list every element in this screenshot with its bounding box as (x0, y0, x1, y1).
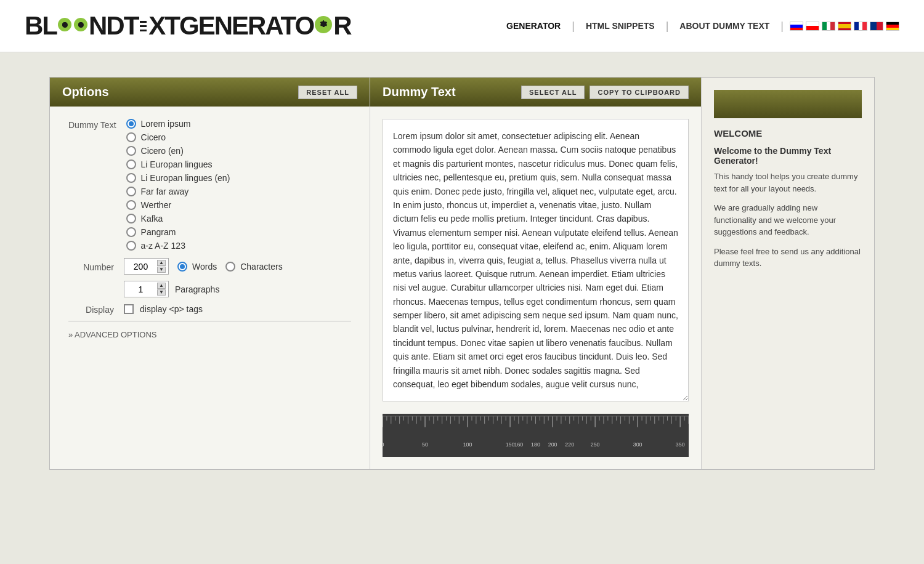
logo-bl: BL (25, 11, 57, 41)
radio-words-circle (177, 262, 187, 272)
flag-italian[interactable] (822, 22, 835, 31)
text-type-choices: Lorem ipsum Cicero Cicero (en) Li E (126, 119, 230, 251)
logo-xtgenerato: XTGENERATO (148, 11, 314, 41)
radio-far-away[interactable]: Far far away (126, 187, 230, 196)
para-spinner-down[interactable]: ▼ (157, 289, 166, 296)
radio-kafka[interactable]: Kafka (126, 214, 230, 224)
logo-gear-icon (315, 16, 332, 33)
number-input-wrap: ▲ ▼ (124, 258, 169, 275)
options-panel: Options RESET ALL Dummy Text Lorem ipsum… (50, 78, 370, 469)
radio-werther-label: Werther (141, 200, 172, 210)
svg-text:100: 100 (463, 441, 472, 448)
spinner-up[interactable]: ▲ (157, 260, 166, 266)
flag-czech[interactable] (806, 22, 819, 31)
radio-kafka-label: Kafka (141, 214, 163, 224)
flag-spanish[interactable] (838, 22, 851, 31)
dummy-text-header: Dummy Text SELECT ALL COPY TO CLIPBOARD (370, 78, 701, 107)
site-logo: BL NDT XTGENERATO R (25, 11, 351, 41)
radio-kafka-circle (126, 214, 136, 224)
options-divider (68, 321, 351, 321)
flag-french[interactable] (854, 22, 867, 31)
nav-divider-3: | (780, 20, 784, 33)
paragraphs-spinner: ▲ ▼ (157, 283, 166, 296)
nav-generator[interactable]: GENERATOR (495, 21, 572, 31)
radio-far-away-label: Far far away (141, 187, 189, 196)
radio-li-europan-en[interactable]: Li Europan lingues (en) (126, 173, 230, 183)
main-content: Options RESET ALL Dummy Text Lorem ipsum… (31, 52, 893, 494)
dummy-text-option-row: Dummy Text Lorem ipsum Cicero Cicero (68, 119, 351, 251)
dummy-text-content[interactable]: Lorem ipsum dolor sit amet, consectetuer… (383, 119, 689, 401)
svg-text:150: 150 (506, 441, 515, 448)
spinner-down[interactable]: ▼ (157, 267, 166, 273)
main-nav: GENERATOR | HTML SNIPPETS | ABOUT DUMMY … (495, 20, 899, 33)
number-input[interactable] (127, 262, 155, 272)
welcome-subtitle: Welcome to the Dummy Text Generator! (714, 146, 862, 166)
options-title: Options (62, 85, 109, 99)
radio-lorem-ipsum-label: Lorem ipsum (141, 119, 191, 129)
radio-cicero-en[interactable]: Cicero (en) (126, 146, 230, 156)
welcome-header-bar (714, 90, 862, 118)
site-header: BL NDT XTGENERATO R GENERATOR | HTML SNI… (0, 0, 924, 52)
svg-text:50: 50 (422, 441, 428, 448)
nav-html-snippets[interactable]: HTML SNIPPETS (575, 21, 666, 31)
radio-words[interactable]: Words (177, 262, 217, 272)
logo-lines-icon (140, 21, 147, 31)
svg-text:300: 300 (633, 441, 642, 448)
logo-r: R (333, 11, 351, 41)
radio-pangram-label: Pangram (141, 227, 176, 237)
nav-about[interactable]: ABOUT DUMMY TEXT (668, 21, 780, 31)
svg-text:0: 0 (383, 441, 384, 448)
options-header: Options RESET ALL (50, 78, 370, 107)
logo-ndt: NDT (89, 11, 138, 41)
flag-russian[interactable] (790, 22, 803, 31)
select-all-button[interactable]: SELECT ALL (521, 86, 585, 99)
radio-characters[interactable]: Characters (225, 262, 282, 272)
dummy-text-body: Lorem ipsum dolor sit amet, consectetuer… (370, 107, 701, 414)
radio-az123[interactable]: a-z A-Z 123 (126, 241, 230, 251)
radio-li-europan-en-label: Li Europan lingues (en) (141, 173, 230, 183)
radio-cicero[interactable]: Cicero (126, 132, 230, 142)
ruler-svg: generate ticks 0501001501601802002202503… (383, 414, 689, 457)
paragraphs-label: Paragraphs (175, 284, 219, 294)
paragraphs-input-wrap: ▲ ▼ (124, 281, 169, 297)
radio-words-label: Words (192, 262, 217, 272)
dummy-text-label: Dummy Text (68, 119, 126, 130)
radio-cicero-en-circle (126, 146, 136, 156)
display-controls: display <p> tags (124, 304, 203, 314)
radio-li-europan[interactable]: Li Europan lingues (126, 159, 230, 169)
radio-li-europan-label: Li Europan lingues (141, 159, 213, 169)
content-area: Options RESET ALL Dummy Text Lorem ipsum… (49, 77, 875, 470)
radio-lorem-ipsum[interactable]: Lorem ipsum (126, 119, 230, 129)
radio-cicero-en-label: Cicero (en) (141, 146, 184, 156)
flag-uk[interactable] (870, 22, 883, 31)
svg-text:220: 220 (565, 441, 574, 448)
dummy-text-header-buttons: SELECT ALL COPY TO CLIPBOARD (521, 86, 689, 99)
welcome-content: WELCOME Welcome to the Dummy Text Genera… (714, 118, 862, 270)
number-label: Number (68, 261, 124, 272)
radio-cicero-label: Cicero (141, 132, 166, 142)
paragraphs-input[interactable] (127, 284, 155, 294)
radio-az123-circle (126, 241, 136, 251)
ruler: generate ticks 0501001501601802002202503… (383, 414, 689, 457)
display-label: Display (68, 304, 124, 315)
reset-all-button[interactable]: RESET ALL (298, 86, 357, 99)
flag-german[interactable] (886, 22, 899, 31)
logo-dot-2 (74, 18, 87, 31)
radio-werther[interactable]: Werther (126, 200, 230, 210)
svg-text:160: 160 (514, 441, 523, 448)
number-spinner: ▲ ▼ (157, 260, 166, 273)
display-p-checkbox[interactable] (124, 304, 134, 314)
display-p-label: display <p> tags (140, 304, 203, 314)
dummy-text-panel: Dummy Text SELECT ALL COPY TO CLIPBOARD … (370, 78, 702, 469)
welcome-title: WELCOME (714, 128, 862, 139)
copy-to-clipboard-button[interactable]: COPY TO CLIPBOARD (590, 86, 689, 99)
svg-text:250: 250 (591, 441, 600, 448)
paragraphs-controls: ▲ ▼ Paragraphs (124, 281, 219, 297)
radio-pangram[interactable]: Pangram (126, 227, 230, 237)
radio-far-away-circle (126, 187, 136, 196)
para-spinner-up[interactable]: ▲ (157, 283, 166, 289)
radio-li-europan-circle (126, 159, 136, 169)
advanced-options-link[interactable]: » ADVANCED OPTIONS (68, 330, 351, 339)
welcome-text-3: Please feel free to send us any addition… (714, 246, 862, 270)
dummy-text-title: Dummy Text (383, 85, 456, 99)
